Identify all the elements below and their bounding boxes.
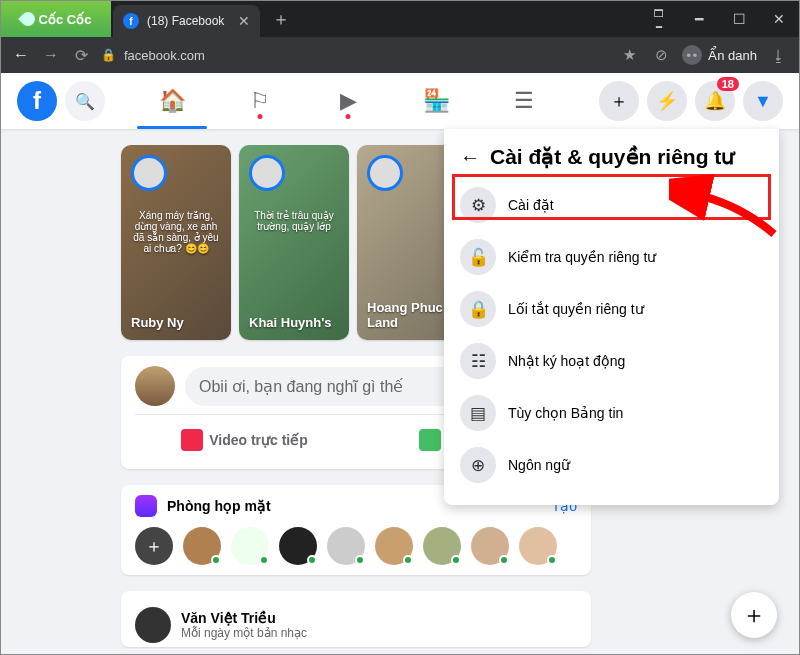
browser-brand-label: Cốc Cốc (39, 12, 92, 27)
story-caption: Xáng máy trắng, dừng vàng, xe anh đã sẵn… (131, 210, 221, 254)
photo-icon (419, 429, 441, 451)
tab-marketplace[interactable]: 🏪 (396, 75, 476, 127)
tab-home[interactable]: 🏠 (132, 75, 212, 127)
store-icon: 🏪 (423, 88, 450, 114)
home-icon: 🏠 (159, 88, 186, 114)
bell-icon: 🔔 (704, 90, 726, 112)
shield-icon[interactable]: ⊘ (650, 46, 672, 64)
tab-pages[interactable]: ⚐ (220, 75, 300, 127)
url-field[interactable]: 🔒 facebook.com (101, 48, 608, 63)
fab-new-button[interactable]: ＋ (731, 592, 777, 638)
tab-more[interactable]: ☰ (484, 75, 564, 127)
nav-reload-icon[interactable]: ⟳ (71, 46, 91, 65)
facebook-favicon-icon: f (123, 13, 139, 29)
browser-titlebar: Cốc Cốc f (18) Facebook ✕ ＋ 🗖🗕 ━ ☐ ✕ (1, 1, 799, 37)
plus-icon: ＋ (742, 599, 766, 631)
hamburger-icon: ☰ (514, 88, 534, 114)
menu-item-privacy-shortcuts[interactable]: 🔒 Lối tắt quyền riêng tư (452, 283, 771, 335)
dropdown-title: Cài đặt & quyền riêng tư (490, 145, 734, 169)
story-avatar (131, 155, 167, 191)
window-maximize-button[interactable]: ☐ (719, 1, 759, 37)
window-restore-icon[interactable]: 🗖🗕 (639, 1, 679, 37)
incognito-label: Ẩn danh (708, 48, 757, 63)
post-avatar[interactable] (135, 607, 171, 643)
user-avatar[interactable] (135, 366, 175, 406)
tab-close-icon[interactable]: ✕ (238, 13, 250, 29)
fb-notifications-button[interactable]: 🔔18 (695, 81, 735, 121)
menu-label: Kiểm tra quyền riêng tư (508, 249, 656, 265)
rooms-title: Phòng họp mặt (167, 498, 271, 514)
search-icon: 🔍 (75, 92, 95, 111)
watch-icon: ▶ (340, 88, 357, 114)
nav-forward-icon: → (41, 46, 61, 64)
menu-item-news-feed[interactable]: ▤ Tùy chọn Bảng tin (452, 387, 771, 439)
download-icon[interactable]: ⭳ (767, 47, 789, 64)
rooms-camera-icon (135, 495, 157, 517)
new-tab-button[interactable]: ＋ (262, 1, 300, 37)
story-avatar (367, 155, 403, 191)
tab-title: (18) Facebook (147, 14, 224, 28)
url-text: facebook.com (124, 48, 205, 63)
unlock-icon: 🔓 (460, 239, 496, 275)
friend-avatar[interactable] (519, 527, 557, 565)
browser-brand: Cốc Cốc (1, 1, 111, 37)
story-name: Ruby Ny (131, 315, 221, 330)
browser-tab[interactable]: f (18) Facebook ✕ (113, 5, 260, 37)
dropdown-back-icon[interactable]: ← (460, 146, 480, 169)
menu-item-privacy-check[interactable]: 🔓 Kiểm tra quyền riêng tư (452, 231, 771, 283)
list-icon: ☷ (460, 343, 496, 379)
friend-avatar[interactable] (279, 527, 317, 565)
post-author[interactable]: Văn Việt Triều (181, 610, 307, 626)
browser-addressbar: ← → ⟳ 🔒 facebook.com ★ ⊘ 👓 Ẩn danh ⭳ (1, 37, 799, 73)
notif-badge: 18 (717, 77, 739, 91)
rooms-add-button[interactable]: ＋ (135, 527, 173, 565)
friend-avatar[interactable] (471, 527, 509, 565)
story-card[interactable]: Xáng máy trắng, dừng vàng, xe anh đã sẵn… (121, 145, 231, 340)
star-icon[interactable]: ★ (618, 46, 640, 64)
friend-avatar[interactable] (231, 527, 269, 565)
menu-item-language[interactable]: ⊕ Ngôn ngữ (452, 439, 771, 491)
coccoc-leaf-icon (18, 9, 38, 29)
menu-label: Cài đặt (508, 197, 554, 213)
settings-dropdown: ← Cài đặt & quyền riêng tư ⚙ Cài đặt 🔓 K… (444, 129, 779, 505)
gear-icon: ⚙ (460, 187, 496, 223)
menu-label: Ngôn ngữ (508, 457, 570, 473)
menu-label: Lối tắt quyền riêng tư (508, 301, 644, 317)
messenger-icon: ⚡ (656, 90, 678, 112)
globe-icon: ⊕ (460, 447, 496, 483)
tab-watch[interactable]: ▶ (308, 75, 388, 127)
story-name: Khai Huynh's (249, 315, 339, 330)
video-icon (181, 429, 203, 451)
fb-account-menu-button[interactable]: ▼ (743, 81, 783, 121)
plus-icon: ＋ (610, 89, 628, 113)
incognito-mask-icon: 👓 (682, 45, 702, 65)
menu-item-settings[interactable]: ⚙ Cài đặt (452, 179, 771, 231)
story-avatar (249, 155, 285, 191)
window-close-button[interactable]: ✕ (759, 1, 799, 37)
facebook-logo[interactable]: f (17, 81, 57, 121)
menu-label: Tùy chọn Bảng tin (508, 405, 623, 421)
menu-label: Nhật ký hoạt động (508, 353, 625, 369)
friend-avatar[interactable] (183, 527, 221, 565)
rooms-avatars: ＋ (135, 527, 577, 565)
friend-avatar[interactable] (423, 527, 461, 565)
post-subtitle: Mỗi ngày một bản nhạc (181, 626, 307, 640)
story-card[interactable]: Thời trẻ trâu quậy trường, quậy lớp Khai… (239, 145, 349, 340)
fb-create-button[interactable]: ＋ (599, 81, 639, 121)
window-minimize-button[interactable]: ━ (679, 1, 719, 37)
lock-icon: 🔒 (101, 48, 116, 62)
feed-icon: ▤ (460, 395, 496, 431)
caret-down-icon: ▼ (754, 91, 772, 112)
friend-avatar[interactable] (327, 527, 365, 565)
live-video-button[interactable]: Video trực tiếp (135, 421, 354, 459)
incognito-badge: 👓 Ẩn danh (682, 45, 757, 65)
post-card: Văn Việt Triều Mỗi ngày một bản nhạc (121, 591, 591, 647)
fb-messenger-button[interactable]: ⚡ (647, 81, 687, 121)
menu-item-activity-log[interactable]: ☷ Nhật ký hoạt động (452, 335, 771, 387)
nav-back-icon[interactable]: ← (11, 46, 31, 64)
story-caption: Thời trẻ trâu quậy trường, quậy lớp (249, 210, 339, 232)
fb-search-button[interactable]: 🔍 (65, 81, 105, 121)
flag-icon: ⚐ (250, 88, 270, 114)
lock-icon: 🔒 (460, 291, 496, 327)
friend-avatar[interactable] (375, 527, 413, 565)
